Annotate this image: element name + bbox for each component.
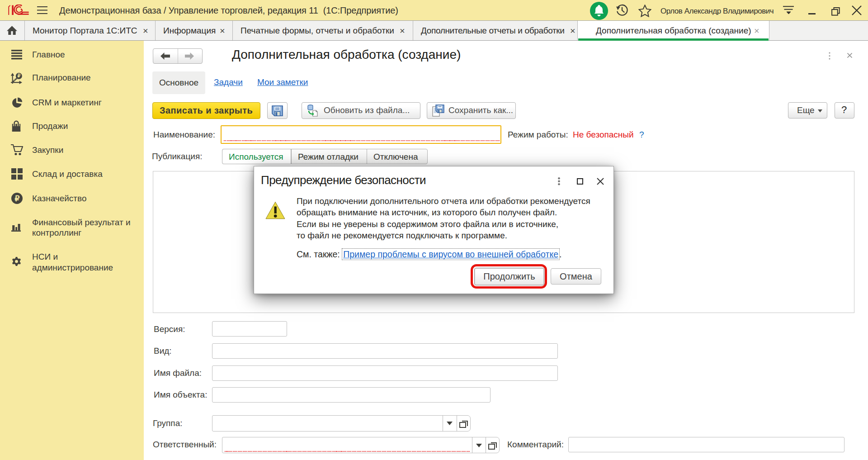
svg-text:₽: ₽ bbox=[15, 194, 20, 203]
svg-text:₽: ₽ bbox=[18, 73, 21, 78]
